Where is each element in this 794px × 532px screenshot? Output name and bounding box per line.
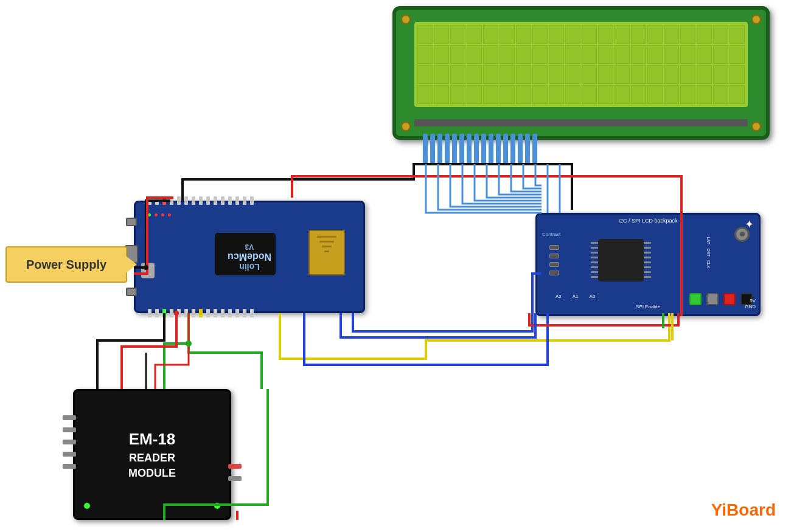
gnd-label: GND bbox=[745, 304, 756, 309]
em18-led-green bbox=[84, 503, 90, 509]
screw-terminals bbox=[689, 293, 753, 305]
lcd-corner-bl bbox=[401, 122, 411, 131]
vcc-label: 5V bbox=[750, 298, 756, 303]
dat-label: DAT bbox=[707, 249, 711, 257]
lcd-module bbox=[392, 6, 776, 164]
watermark: YiBoard bbox=[711, 500, 776, 520]
a0-label: A0 bbox=[590, 294, 596, 299]
power-supply: Power Supply bbox=[5, 246, 133, 295]
lcd-corner-br bbox=[751, 122, 761, 131]
lcd-board bbox=[392, 6, 770, 140]
nodemcu-bottom-pins bbox=[148, 309, 254, 317]
power-supply-box: Power Supply bbox=[5, 246, 127, 283]
lat-label: LAT bbox=[707, 237, 711, 246]
power-supply-arrow bbox=[126, 256, 137, 273]
em18-left-pins bbox=[63, 415, 76, 469]
backpack-ic bbox=[598, 239, 644, 282]
em18-label: EM-18 READER MODULE bbox=[128, 428, 176, 481]
em18-right-pins bbox=[228, 464, 242, 481]
watermark-suffix: Board bbox=[726, 500, 776, 519]
wifi-antenna bbox=[308, 230, 345, 275]
spi-enable-label: SPI Enable bbox=[636, 304, 660, 309]
em18-board: EM-18 READER MODULE bbox=[73, 389, 231, 520]
lcd-screen bbox=[414, 22, 748, 107]
lcd-corner-tr bbox=[751, 15, 761, 24]
power-supply-label: Power Supply bbox=[26, 258, 106, 272]
address-labels: A2 A1 A0 bbox=[555, 294, 595, 299]
a1-label: A1 bbox=[573, 294, 579, 299]
a2-label: A2 bbox=[555, 294, 562, 299]
em18-module: EM-18 READER MODULE bbox=[73, 389, 237, 523]
em18-led-green2 bbox=[214, 503, 220, 509]
clk-label: CLK bbox=[707, 260, 711, 269]
lcd-grid bbox=[414, 22, 748, 107]
watermark-prefix: Yi bbox=[711, 500, 726, 519]
lcd-pins bbox=[423, 134, 537, 164]
backpack-module: ✦ I2C / SPI LCD backpack Contrast LAT DA… bbox=[535, 213, 767, 322]
contrast-label: Contrast bbox=[542, 232, 560, 237]
backpack-board: ✦ I2C / SPI LCD backpack Contrast LAT DA… bbox=[535, 213, 761, 316]
svg-point-0 bbox=[186, 340, 192, 347]
lcd-bottom-bar bbox=[414, 119, 748, 126]
lcd-corner-tl bbox=[401, 15, 411, 24]
nodemcu-led-row bbox=[148, 213, 171, 216]
backpack-title-label: I2C / SPI LCD backpack bbox=[618, 218, 677, 224]
power-supply-connector bbox=[141, 263, 155, 278]
nodemcu-top-pins bbox=[148, 196, 254, 205]
nodemcu-module: Lolin NodeMcu V3 bbox=[134, 201, 365, 316]
nodemcu-label: Lolin NodeMcu V3 bbox=[228, 243, 271, 272]
rst-button[interactable] bbox=[126, 218, 137, 226]
nodemcu-board: Lolin NodeMcu V3 bbox=[134, 201, 365, 313]
